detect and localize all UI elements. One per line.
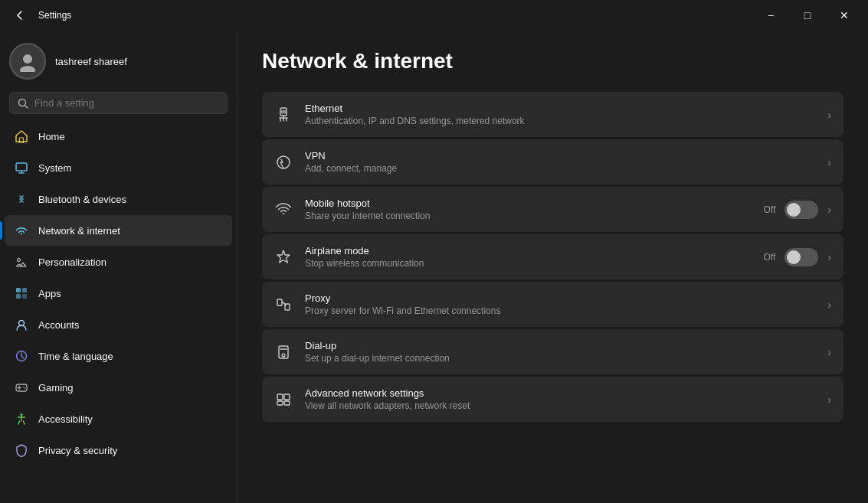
close-button[interactable]: ✕ [827, 3, 862, 28]
dialup-chevron-icon: › [827, 346, 831, 358]
proxy-title: Proxy [305, 292, 815, 304]
vpn-chevron-icon: › [827, 156, 831, 168]
sidebar-item-apps-label: Apps [38, 288, 61, 299]
airplane-toggle-label: Off [764, 252, 776, 263]
sidebar-item-system[interactable]: System [5, 152, 232, 183]
dialup-text: Dial-up Set up a dial-up internet connec… [305, 340, 815, 364]
time-icon [14, 348, 29, 364]
sidebar-item-bluetooth-label: Bluetooth & devices [38, 194, 126, 205]
svg-rect-4 [20, 138, 24, 143]
settings-list: Ethernet Authentication, IP and DNS sett… [262, 92, 843, 422]
sidebar-item-time[interactable]: Time & language [5, 341, 232, 371]
gaming-icon [14, 380, 29, 395]
user-name: tashreef shareef [55, 56, 127, 67]
sidebar-item-apps[interactable]: Apps [5, 278, 232, 309]
sidebar-item-accessibility[interactable]: Accessibility [5, 403, 232, 434]
avatar-icon [17, 51, 38, 72]
sidebar-item-bluetooth[interactable]: Bluetooth & devices [5, 184, 232, 214]
svg-point-18 [23, 387, 25, 388]
proxy-item[interactable]: Proxy Proxy server for Wi-Fi and Etherne… [262, 282, 843, 327]
sidebar-item-gaming[interactable]: Gaming [5, 372, 232, 403]
svg-rect-12 [22, 294, 27, 299]
airplane-subtitle: Stop wireless communication [305, 258, 752, 269]
sidebar-item-network[interactable]: Network & internet [5, 215, 232, 246]
sidebar-item-accounts-label: Accounts [38, 319, 79, 331]
airplane-item[interactable]: Airplane mode Stop wireless communicatio… [262, 234, 843, 279]
svg-point-1 [20, 66, 35, 72]
vpn-icon [274, 153, 293, 171]
svg-rect-10 [22, 288, 27, 292]
bluetooth-icon [14, 191, 29, 207]
app-title: Settings [38, 10, 71, 21]
dialup-title: Dial-up [305, 340, 815, 351]
maximize-button[interactable]: □ [790, 3, 825, 28]
back-button[interactable] [9, 5, 31, 26]
dialup-right: › [827, 346, 831, 358]
advanced-icon [274, 390, 293, 409]
svg-point-19 [25, 387, 26, 389]
sidebar: tashreef shareef [0, 31, 237, 503]
sidebar-item-personalization[interactable]: Personalization [5, 247, 232, 277]
svg-rect-5 [16, 163, 27, 171]
proxy-chevron-icon: › [827, 299, 831, 311]
sidebar-item-system-label: System [38, 162, 71, 174]
ethernet-item[interactable]: Ethernet Authentication, IP and DNS sett… [262, 92, 843, 137]
app-container: tashreef shareef [0, 31, 868, 503]
sidebar-item-accessibility-label: Accessibility [38, 413, 93, 425]
airplane-toggle[interactable] [784, 248, 818, 266]
svg-line-3 [25, 105, 28, 108]
vpn-right: › [827, 156, 831, 168]
minimize-button[interactable]: − [753, 3, 788, 28]
airplane-text: Airplane mode Stop wireless communicatio… [305, 245, 752, 269]
hotspot-text: Mobile hotspot Share your internet conne… [305, 198, 752, 221]
sidebar-item-home-label: Home [38, 131, 65, 142]
search-input[interactable] [34, 97, 219, 109]
vpn-subtitle: Add, connect, manage [305, 163, 815, 174]
advanced-text: Advanced network settings View all netwo… [305, 387, 815, 411]
dialup-icon [274, 343, 293, 361]
svg-rect-9 [16, 288, 21, 292]
sidebar-item-time-label: Time & language [38, 351, 113, 362]
sidebar-item-personalization-label: Personalization [38, 256, 106, 268]
sidebar-item-privacy[interactable]: Privacy & security [5, 435, 232, 465]
svg-point-8 [18, 259, 21, 262]
search-icon [18, 98, 28, 109]
privacy-icon [14, 443, 29, 458]
hotspot-item[interactable]: Mobile hotspot Share your internet conne… [262, 187, 843, 232]
page-title: Network & internet [262, 49, 843, 73]
svg-rect-39 [277, 401, 283, 405]
sidebar-item-gaming-label: Gaming [38, 382, 74, 394]
advanced-subtitle: View all network adapters, network reset [305, 400, 815, 411]
sidebar-item-accounts[interactable]: Accounts [5, 309, 232, 340]
vpn-item[interactable]: VPN Add, connect, manage › [262, 139, 843, 185]
search-section [0, 89, 237, 120]
advanced-right: › [827, 394, 831, 406]
sidebar-nav: Home System [0, 120, 237, 466]
advanced-item[interactable]: Advanced network settings View all netwo… [262, 377, 843, 422]
window-controls: − □ ✕ [753, 3, 862, 28]
titlebar: Settings − □ ✕ [0, 0, 868, 31]
dialup-item[interactable]: Dial-up Set up a dial-up internet connec… [262, 329, 843, 374]
proxy-text: Proxy Proxy server for Wi-Fi and Etherne… [305, 292, 815, 316]
svg-rect-37 [277, 394, 283, 400]
airplane-chevron-icon: › [827, 251, 831, 263]
accounts-icon [14, 317, 29, 332]
hotspot-toggle[interactable] [784, 201, 818, 219]
vpn-title: VPN [305, 150, 815, 162]
user-section[interactable]: tashreef shareef [0, 31, 237, 89]
vpn-text: VPN Add, connect, manage [305, 150, 815, 174]
hotspot-right: Off › [764, 201, 831, 219]
airplane-right: Off › [764, 248, 831, 266]
titlebar-left: Settings [9, 5, 71, 26]
advanced-title: Advanced network settings [305, 387, 815, 399]
home-icon [14, 129, 29, 144]
svg-point-35 [282, 354, 285, 357]
apps-icon [14, 286, 29, 301]
accessibility-icon [14, 411, 29, 426]
search-box[interactable] [9, 92, 228, 114]
sidebar-item-home[interactable]: Home [5, 121, 232, 152]
sidebar-item-privacy-label: Privacy & security [38, 445, 117, 456]
airplane-title: Airplane mode [305, 245, 752, 256]
avatar [9, 43, 46, 80]
airplane-icon [274, 248, 293, 266]
